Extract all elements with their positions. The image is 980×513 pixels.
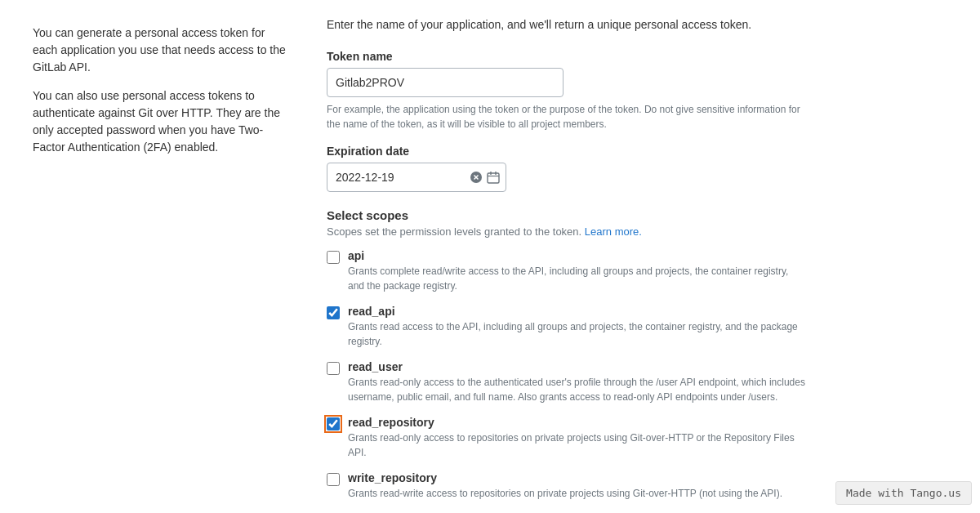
scope-read-api-checkbox-wrapper (327, 306, 340, 322)
scope-api-content: api Grants complete read/write access to… (348, 249, 947, 293)
token-name-label: Token name (327, 50, 947, 63)
scope-item-read-user: read_user Grants read-only access to the… (327, 360, 947, 404)
scope-read-repository-checkbox-wrapper (327, 417, 340, 433)
scope-read-api-checkbox[interactable] (327, 306, 340, 319)
scope-api-checkbox[interactable] (327, 251, 340, 264)
scope-read-repository-checkbox[interactable] (327, 417, 340, 430)
scopes-section: Select scopes Scopes set the permission … (327, 208, 947, 501)
scope-read-api-desc: Grants read access to the API, including… (348, 319, 805, 349)
scope-read-user-name: read_user (348, 360, 947, 373)
scope-read-api-content: read_api Grants read access to the API, … (348, 305, 947, 349)
scope-item-read-repository: read_repository Grants read-only access … (327, 416, 947, 460)
scopes-subtitle: Scopes set the permission levels granted… (327, 225, 947, 238)
right-panel: Enter the name of your application, and … (310, 16, 980, 513)
scope-write-repository-desc: Grants read-write access to repositories… (348, 486, 805, 501)
scope-read-api-name: read_api (348, 305, 947, 318)
scope-api-name: api (348, 249, 947, 262)
intro-text: Enter the name of your application, and … (327, 16, 947, 33)
expiration-section: Expiration date (327, 145, 947, 192)
scope-read-repository-content: read_repository Grants read-only access … (348, 416, 947, 460)
scope-read-repository-name: read_repository (348, 416, 947, 429)
scope-item-api: api Grants complete read/write access to… (327, 249, 947, 293)
expiration-label: Expiration date (327, 145, 947, 158)
scope-api-desc: Grants complete read/write access to the… (348, 264, 805, 293)
date-input-wrapper (327, 163, 506, 192)
tango-badge: Made with Tango.us (835, 481, 972, 505)
scope-write-repository-checkbox[interactable] (327, 473, 340, 486)
token-name-input[interactable] (327, 68, 564, 97)
calendar-button[interactable] (487, 171, 500, 184)
scope-item-read-api: read_api Grants read access to the API, … (327, 305, 947, 349)
date-icons (470, 171, 500, 184)
scope-read-user-checkbox-wrapper (327, 362, 340, 377)
learn-more-link[interactable]: Learn more. (585, 225, 642, 238)
scopes-title: Select scopes (327, 208, 947, 222)
scope-read-user-content: read_user Grants read-only access to the… (348, 360, 947, 404)
token-name-section: Token name For example, the application … (327, 50, 947, 132)
scope-read-user-desc: Grants read-only access to the authentic… (348, 375, 805, 404)
svg-rect-3 (488, 173, 499, 183)
token-name-help: For example, the application using the t… (327, 102, 800, 132)
scope-write-repository-checkbox-wrapper (327, 473, 340, 488)
left-panel: You can generate a personal access token… (0, 16, 310, 513)
scope-read-repository-desc: Grants read-only access to repositories … (348, 430, 805, 460)
clear-date-button[interactable] (470, 172, 482, 183)
scope-api-checkbox-wrapper (327, 251, 340, 266)
left-para-1: You can generate a personal access token… (33, 25, 286, 76)
left-para-2: You can also use personal access tokens … (33, 87, 286, 156)
scope-read-user-checkbox[interactable] (327, 362, 340, 375)
